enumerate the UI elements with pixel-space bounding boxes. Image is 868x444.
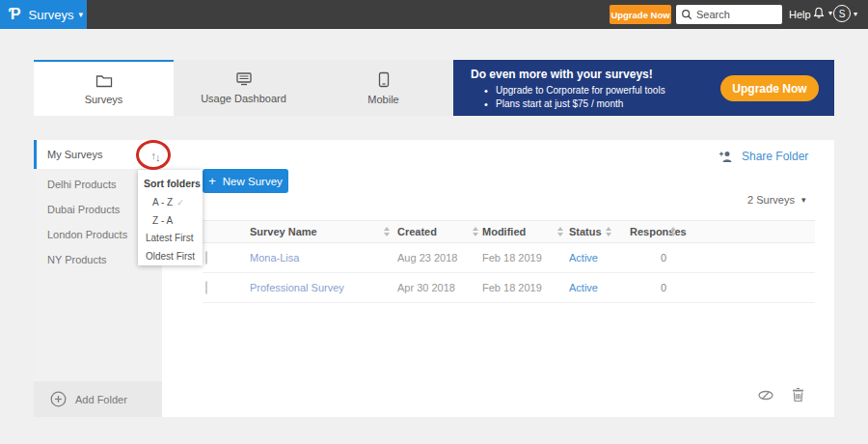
dashboard-icon	[235, 71, 253, 87]
section-tabs: Surveys Usage Dashboard Mobile	[34, 60, 453, 116]
link-icon[interactable]	[757, 389, 774, 402]
sort-menu-title: Sort folders	[144, 178, 201, 189]
sidebar-item-label: NY Products	[47, 254, 107, 265]
survey-name-link[interactable]: Mona-Lisa	[250, 252, 299, 264]
caret-down-icon	[606, 233, 611, 236]
plus-circle-icon	[50, 391, 67, 407]
sort-arrows-icon[interactable]	[670, 227, 676, 236]
bulk-actions	[757, 387, 805, 402]
tab-label: Usage Dashboard	[201, 93, 286, 104]
banner-upgrade-button[interactable]: Upgrade Now	[720, 75, 819, 101]
menu-item-label: A - Z	[152, 197, 173, 208]
promo-title: Do even more with your surveys!	[471, 68, 653, 81]
tab-usage-dashboard[interactable]: Usage Dashboard	[174, 60, 313, 116]
help-link[interactable]: Help	[789, 9, 811, 20]
column-header-status[interactable]: Status	[569, 226, 602, 237]
promo-bullet: Plans start at just $75 / month	[484, 98, 665, 109]
chevron-down-icon: ▾	[78, 10, 83, 19]
search-icon	[681, 9, 692, 20]
responses-count: 0	[661, 252, 666, 264]
new-survey-button[interactable]: + New Survey	[203, 169, 288, 193]
caret-down-icon	[384, 233, 390, 236]
tab-mobile[interactable]: Mobile	[313, 60, 453, 116]
caret-up-icon	[606, 227, 611, 231]
chevron-down-icon: ▾	[854, 10, 857, 18]
caret-down-icon	[473, 233, 478, 236]
caret-up-icon	[557, 227, 563, 231]
column-header-survey-name[interactable]: Survey Name	[250, 226, 317, 237]
app-switcher[interactable]: Ƥ Surveys ▾	[0, 0, 87, 29]
mobile-icon	[378, 71, 390, 88]
notifications-button[interactable]: ▾	[812, 6, 832, 20]
surveys-table: Survey Name Created Modified Status Resp…	[203, 220, 815, 303]
menu-item-label: Oldest First	[146, 251, 195, 262]
modified-date: Feb 18 2019	[482, 252, 542, 264]
sort-folders-button[interactable]: ↑↓	[144, 145, 167, 166]
table-row: Mona-Lisa Aug 23 2018 Feb 18 2019 Active…	[203, 243, 815, 273]
bell-icon	[812, 6, 826, 20]
upgrade-now-button[interactable]: Upgrade Now	[610, 5, 671, 24]
caret-down-icon	[670, 233, 676, 236]
tab-label: Surveys	[85, 94, 123, 105]
status-badge: Active	[569, 282, 598, 293]
caret-down-icon	[557, 233, 563, 236]
promo-bullet: Upgrade to Corporate for powerful tools	[484, 85, 665, 96]
menu-item-z-a[interactable]: Z - A	[152, 215, 173, 226]
caret-up-icon	[384, 227, 390, 231]
promo-banner: Do even more with your surveys! Upgrade …	[453, 60, 834, 116]
caret-up-icon	[670, 227, 676, 231]
search-input[interactable]	[696, 9, 777, 20]
trash-icon[interactable]	[791, 387, 805, 402]
check-icon: ✓	[176, 198, 184, 208]
sort-arrows-icon[interactable]	[606, 227, 611, 236]
menu-item-latest-first[interactable]: Latest First	[146, 233, 193, 243]
created-date: Apr 30 2018	[397, 282, 455, 293]
survey-name-link[interactable]: Professional Survey	[250, 282, 344, 293]
chevron-down-icon: ▾	[828, 9, 832, 17]
column-header-created[interactable]: Created	[397, 226, 437, 237]
folder-icon	[95, 73, 113, 88]
sidebar-item-label: Dubai Products	[47, 204, 120, 215]
share-folder-label: Share Folder	[742, 150, 808, 163]
tab-label: Mobile	[367, 94, 398, 105]
avatar: S	[833, 5, 851, 22]
chevron-down-icon: ▾	[801, 195, 806, 205]
account-menu[interactable]: S ▾	[833, 5, 857, 22]
sidebar-item-label: London Products	[47, 229, 127, 240]
sort-arrows-icon[interactable]	[557, 227, 563, 236]
modified-date: Feb 18 2019	[482, 282, 542, 293]
sidebar-item-label: Delhi Products	[47, 179, 117, 190]
add-folder-button[interactable]: Add Folder	[34, 381, 162, 417]
share-folder-button[interactable]: Share Folder	[719, 150, 808, 163]
column-header-modified[interactable]: Modified	[482, 226, 526, 237]
survey-count-label: 2 Surveys	[747, 194, 795, 206]
table-row: Professional Survey Apr 30 2018 Feb 18 2…	[203, 273, 815, 303]
top-bar: Ƥ Surveys ▾ Upgrade Now Help ▾ S ▾	[0, 0, 868, 29]
sort-arrows-icon[interactable]	[384, 227, 390, 236]
sidebar-item-label: My Surveys	[47, 149, 102, 160]
add-folder-label: Add Folder	[75, 394, 127, 405]
column-header-responses[interactable]: Responses	[630, 226, 687, 237]
new-survey-label: New Survey	[223, 176, 283, 187]
menu-item-label: Latest First	[146, 233, 193, 243]
responses-count: 0	[661, 282, 666, 293]
content-card: My Surveys ↑↓ Delhi Products Dubai Produ…	[34, 140, 834, 417]
proprofs-logo-icon: Ƥ	[9, 6, 21, 23]
search-box[interactable]	[676, 5, 782, 24]
table-header-row: Survey Name Created Modified Status Resp…	[203, 220, 815, 243]
app-menu-label: Surveys	[29, 8, 74, 22]
caret-up-icon	[473, 227, 478, 231]
plus-icon: +	[208, 174, 216, 188]
menu-item-oldest-first[interactable]: Oldest First	[146, 251, 195, 262]
menu-item-label: Z - A	[152, 215, 173, 226]
status-badge: Active	[569, 252, 598, 264]
menu-item-a-z[interactable]: A - Z✓	[152, 197, 184, 208]
created-date: Aug 23 2018	[397, 252, 457, 264]
survey-count-dropdown[interactable]: 2 Surveys ▾	[747, 194, 805, 206]
add-person-icon	[719, 150, 734, 163]
promo-bullets: Upgrade to Corporate for powerful tools …	[484, 85, 665, 112]
row-checkbox[interactable]	[205, 281, 207, 294]
sort-arrows-icon[interactable]	[473, 227, 478, 236]
row-checkbox[interactable]	[205, 251, 207, 264]
tab-surveys[interactable]: Surveys	[34, 60, 174, 116]
